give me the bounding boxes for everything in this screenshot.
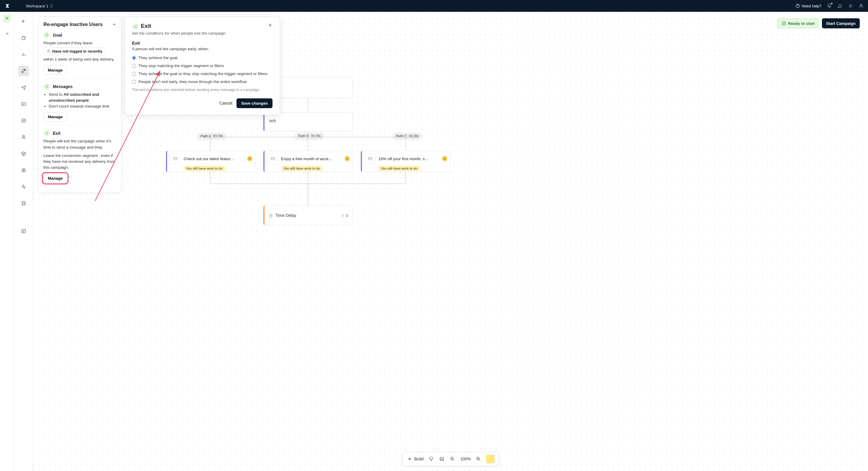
svg-point-33 <box>342 214 343 215</box>
exit-option-2[interactable]: They stop matching the trigger segment o… <box>132 62 273 70</box>
content-icon[interactable] <box>18 226 29 236</box>
svg-point-2 <box>860 4 862 6</box>
path-a-pill[interactable]: Path A: 33.3% <box>197 133 226 140</box>
cancel-button[interactable]: Cancel <box>219 101 232 106</box>
svg-point-5 <box>22 71 23 73</box>
segments-icon[interactable] <box>18 165 29 176</box>
exit-icon <box>43 130 50 137</box>
branch-node-sub[interactable]: nch <box>264 112 352 131</box>
messages-section: Messages Send to All subscribed and unsu… <box>43 79 117 126</box>
svg-rect-28 <box>271 157 275 160</box>
broadcasts-icon[interactable] <box>18 82 29 93</box>
zoom-in-icon[interactable] <box>475 456 481 462</box>
manage-goal-button[interactable]: Manage <box>43 66 67 75</box>
segment-icon <box>46 49 51 53</box>
zoom-out-icon[interactable] <box>450 456 456 462</box>
gear-icon[interactable] <box>848 3 853 8</box>
svg-rect-11 <box>22 229 25 233</box>
chevron-up-icon[interactable] <box>112 22 117 27</box>
path-b-pill[interactable]: Path B: 33.3% <box>295 133 324 140</box>
messages-icon <box>43 83 50 90</box>
image-icon[interactable] <box>439 456 445 462</box>
exit-modal-heading: Exit <box>132 41 273 46</box>
message-node-c[interactable]: 10% off your first month, s… You still h… <box>361 151 451 172</box>
exit-modal: Exit Set the conditions for when people … <box>125 17 280 115</box>
start-campaign-button[interactable]: Start Campaign <box>822 18 860 28</box>
stopwatch-icon <box>269 213 273 218</box>
draft-badge-icon <box>442 156 447 161</box>
svg-point-7 <box>23 135 25 137</box>
svg-rect-29 <box>347 158 348 160</box>
svg-point-9 <box>23 169 24 171</box>
people-icon[interactable] <box>18 132 29 142</box>
work-badge: You still have work to do <box>378 166 420 171</box>
manage-exit-button[interactable]: Manage <box>43 174 67 183</box>
sidebar-expand-icon[interactable] <box>18 16 29 27</box>
exit-option-3[interactable]: They achieve the goal or they stop match… <box>132 70 273 78</box>
svg-rect-30 <box>368 157 372 160</box>
bell-icon[interactable] <box>827 3 832 8</box>
journeys-icon[interactable] <box>18 66 29 76</box>
checklist-icon <box>781 21 786 26</box>
svg-rect-26 <box>174 157 177 160</box>
save-changes-button[interactable]: Save changes <box>237 98 273 108</box>
exit-modal-title: Exit <box>141 23 151 29</box>
ready-to-start-button[interactable]: Ready to start <box>777 18 819 28</box>
workspace-tile-active[interactable] <box>3 14 11 23</box>
people-count-icon <box>341 214 345 217</box>
message-node-b[interactable]: Enjoy a free month of acce… You still ha… <box>264 151 353 172</box>
build-button[interactable]: Build <box>407 456 424 462</box>
objects-icon[interactable] <box>18 148 29 159</box>
sticky-note-icon[interactable] <box>486 454 495 464</box>
messages-bullet-2: Don't count towards message limit <box>49 104 117 109</box>
dashboard-icon[interactable] <box>18 32 29 43</box>
exit-modal-subtitle: Set the conditions for when people exit … <box>132 31 273 35</box>
chevron-updown-icon <box>50 4 53 8</box>
top-bar: Workspace 1 Need help? <box>0 0 868 12</box>
need-help-button[interactable]: Need help? <box>795 4 822 8</box>
plus-icon <box>407 456 413 462</box>
zoom-level[interactable]: 100% <box>460 457 471 461</box>
workspace-tile-2[interactable] <box>3 30 11 38</box>
canvas-header: Ready to start Start Campaign <box>777 18 860 28</box>
analytics-icon[interactable] <box>18 49 29 60</box>
chat-bubble-icon[interactable] <box>837 3 843 8</box>
workspace-name: Workspace 1 <box>26 4 49 8</box>
canvas-toolbar: Build 100% <box>402 452 499 466</box>
exit-modal-icon <box>132 23 138 30</box>
svg-point-8 <box>22 169 25 172</box>
exit-modal-lead: A person will exit the campaign early, w… <box>132 47 273 51</box>
manage-messages-button[interactable]: Manage <box>43 112 67 121</box>
svg-rect-27 <box>249 158 251 160</box>
topbar-right: Need help? <box>795 3 864 8</box>
close-icon[interactable] <box>268 23 273 28</box>
segment-chip[interactable]: Have not logged in recently <box>43 47 106 55</box>
email-icon <box>268 153 278 164</box>
exit-radio-1[interactable] <box>132 56 136 60</box>
email-icon <box>365 153 376 164</box>
user-icon[interactable] <box>859 3 864 8</box>
activity-icon[interactable] <box>18 181 29 192</box>
deliveries-icon[interactable] <box>18 115 29 126</box>
exit-option-1[interactable]: They achieve the goal <box>132 54 273 62</box>
draft-badge-icon <box>345 156 350 161</box>
help-circle-icon <box>795 4 800 8</box>
time-delay-node[interactable]: Time Delay 0 <box>264 206 352 225</box>
exit-radio-3[interactable] <box>132 72 136 76</box>
data-icon[interactable] <box>18 198 29 209</box>
path-c-pill[interactable]: Path C: 33.3% <box>393 133 422 140</box>
exit-option-4[interactable]: People don't exit early, they move throu… <box>132 78 273 86</box>
work-badge: You still have work to do <box>184 166 225 171</box>
transactional-icon[interactable] <box>18 99 29 109</box>
svg-rect-35 <box>440 458 444 461</box>
exit-radio-4[interactable] <box>132 80 136 84</box>
svg-rect-31 <box>444 158 445 160</box>
nav-col-main <box>14 12 33 471</box>
workspace-selector[interactable]: Workspace 1 <box>26 4 53 8</box>
exit-radio-2[interactable] <box>132 64 136 68</box>
workflow-canvas[interactable]: Ready to start Start Campaign Re-engage … <box>33 12 868 471</box>
message-node-a[interactable]: Check out our latest featur… You still h… <box>166 151 256 172</box>
nav-col-workspaces <box>0 12 14 471</box>
messages-bullet-1: Send to All subscribed and unsubscribed … <box>49 92 117 104</box>
lightbulb-icon[interactable] <box>428 456 434 462</box>
